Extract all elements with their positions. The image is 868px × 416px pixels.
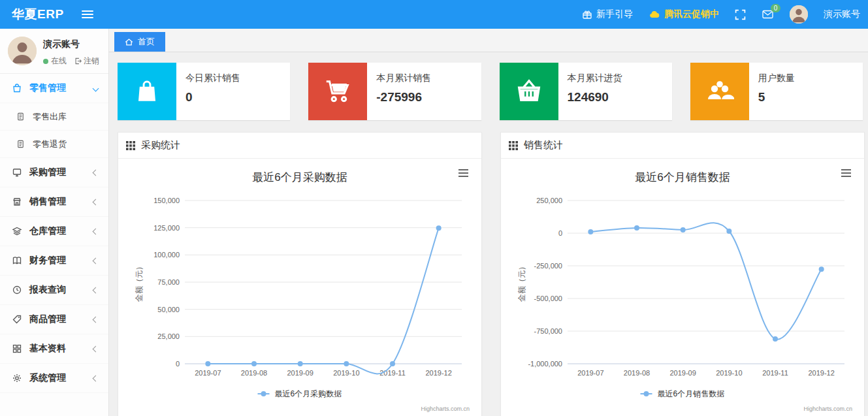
svg-text:最近6个月销售数据: 最近6个月销售数据 <box>658 389 725 398</box>
card-user-count: 用户数量 5 <box>690 63 863 120</box>
sidebar-item-label: 仓库管理 <box>29 225 66 237</box>
svg-text:0: 0 <box>176 360 180 368</box>
fullscreen-icon <box>735 9 746 20</box>
sidebar-item-products[interactable]: 商品管理 <box>0 305 108 334</box>
data-point-marker[interactable] <box>726 229 731 234</box>
sidebar-item-label: 财务管理 <box>29 255 66 266</box>
y-axis-title: 金额（元） <box>135 263 144 302</box>
svg-text:2019-12: 2019-12 <box>425 369 451 377</box>
sidebar-user-block: 演示账号 在线 注销 <box>0 29 108 74</box>
chevron-down-icon <box>93 85 99 91</box>
sidebar-item-sales[interactable]: 销售管理 <box>0 187 108 217</box>
document-icon <box>16 139 25 149</box>
sidebar-item-retail-return[interactable]: 零售退货 <box>0 131 108 158</box>
guide-menu-item[interactable]: 新手引导 <box>582 8 633 20</box>
data-point-marker[interactable] <box>588 229 593 234</box>
svg-text:25,000: 25,000 <box>157 332 180 340</box>
svg-text:50,000: 50,000 <box>157 306 180 313</box>
data-point-marker[interactable] <box>344 361 349 366</box>
shopping-bag-icon <box>118 63 176 120</box>
person-icon <box>8 37 37 65</box>
chart-legend[interactable]: 最近6个月采购数据 <box>258 389 342 398</box>
sidebar-item-label: 销售管理 <box>29 196 66 208</box>
purchase-trend-chart: 最近6个月采购数据025,00050,00075,000100,000125,0… <box>125 160 475 416</box>
chevron-left-icon <box>93 199 99 205</box>
data-point-marker[interactable] <box>390 361 395 366</box>
data-point-marker[interactable] <box>298 361 303 366</box>
user-name: 演示账号 <box>43 39 99 50</box>
card-value: 0 <box>185 90 240 104</box>
document-icon <box>16 112 25 121</box>
svg-text:75,000: 75,000 <box>157 278 180 286</box>
card-month-sales: 本月累计销售 -275996 <box>308 63 481 120</box>
tab-home-label: 首页 <box>138 36 155 48</box>
data-point-marker[interactable] <box>251 361 257 366</box>
account-label: 演示账号 <box>824 8 860 20</box>
online-status-dot <box>43 59 48 64</box>
svg-text:2019-12: 2019-12 <box>808 369 834 377</box>
chart-context-menu-button[interactable] <box>458 169 468 177</box>
navbar-right: 新手引导 腾讯云促销中 0 <box>582 5 868 24</box>
sidebar-item-basic-data[interactable]: 基本资料 <box>0 334 108 364</box>
online-status-label: 在线 <box>51 56 67 67</box>
sidebar-item-label: 零售管理 <box>29 82 66 94</box>
promo-menu-item[interactable]: 腾讯云促销中 <box>649 8 719 20</box>
data-point-marker[interactable] <box>205 361 210 366</box>
sidebar-item-finance[interactable]: 财务管理 <box>0 246 108 276</box>
person-icon <box>790 5 808 24</box>
chart-credit[interactable]: Highcharts.com.cn <box>421 406 470 412</box>
layers-icon <box>12 226 22 236</box>
stat-cards-row: 今日累计销售 0 本月累计销售 -275996 <box>118 63 863 120</box>
avatar[interactable] <box>790 5 808 24</box>
svg-text:2019-07: 2019-07 <box>577 369 603 377</box>
data-point-marker[interactable] <box>681 227 686 232</box>
sidebar-item-system[interactable]: 系统管理 <box>0 364 108 393</box>
y-axis-title: 金额（元） <box>517 263 526 302</box>
sidebar-item-purchase[interactable]: 采购管理 <box>0 158 108 187</box>
svg-text:250,000: 250,000 <box>536 197 562 204</box>
svg-text:-1,000,000: -1,000,000 <box>528 360 562 368</box>
sidebar-item-retail-out[interactable]: 零售出库 <box>0 103 108 131</box>
sidebar-item-warehouse[interactable]: 仓库管理 <box>0 217 108 246</box>
data-point-marker[interactable] <box>773 336 778 342</box>
app-logo[interactable]: 华夏ERP <box>0 6 64 23</box>
sales-trend-chart: 最近6个月销售数据-1,000,000-750,000-500,000-250,… <box>507 160 858 416</box>
data-point-marker[interactable] <box>436 225 442 231</box>
chart-title: 最近6个月销售数据 <box>635 171 730 184</box>
sidebar-item-label: 系统管理 <box>29 372 66 384</box>
chart-credit[interactable]: Highcharts.com.cn <box>803 406 852 412</box>
tag-icon <box>12 314 22 325</box>
monitor-icon <box>12 167 22 178</box>
th-grid-icon <box>509 141 518 150</box>
svg-text:2019-08: 2019-08 <box>241 369 267 377</box>
card-month-purchase: 本月累计进货 124690 <box>500 63 672 120</box>
user-avatar[interactable] <box>8 37 37 65</box>
account-menu-item[interactable]: 演示账号 <box>824 8 860 20</box>
svg-text:最近6个月采购数据: 最近6个月采购数据 <box>275 389 342 398</box>
logout-link[interactable]: 注销 <box>74 56 99 67</box>
messages-button[interactable]: 0 <box>762 9 774 20</box>
chart-legend[interactable]: 最近6个月销售数据 <box>641 389 725 398</box>
card-label: 本月累计销售 <box>376 72 431 84</box>
series-line <box>208 228 438 374</box>
chevron-left-icon <box>93 169 99 176</box>
svg-text:2019-07: 2019-07 <box>195 369 221 377</box>
svg-text:2019-09: 2019-09 <box>287 369 313 377</box>
data-point-marker[interactable] <box>819 266 824 272</box>
tab-home[interactable]: 首页 <box>114 32 165 52</box>
shopping-bag-icon <box>12 83 22 93</box>
series-line <box>590 223 821 339</box>
sidebar-item-label: 零售退货 <box>33 138 67 150</box>
sidebar-item-retail[interactable]: 零售管理 <box>0 74 108 103</box>
sidebar-item-reports[interactable]: 报表查询 <box>0 276 108 305</box>
logout-label: 注销 <box>84 56 99 67</box>
data-point-marker[interactable] <box>634 225 639 231</box>
fullscreen-button[interactable] <box>735 9 746 20</box>
svg-text:2019-08: 2019-08 <box>624 369 650 377</box>
chart-context-menu-button[interactable] <box>841 169 851 177</box>
sidebar-toggle-button[interactable] <box>81 9 94 20</box>
sidebar-item-label: 基本资料 <box>29 343 66 355</box>
book-icon <box>12 255 22 266</box>
users-icon <box>690 63 749 120</box>
grid-icon <box>12 344 22 354</box>
